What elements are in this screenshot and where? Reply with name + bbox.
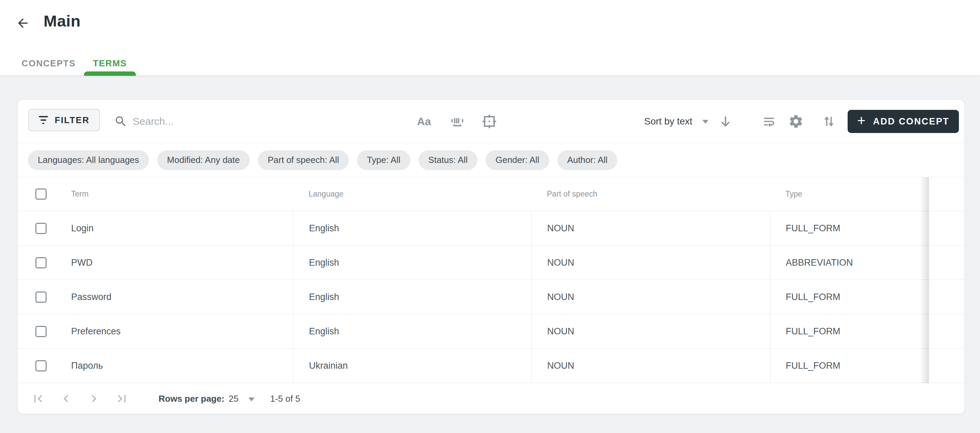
term-cell: PWD <box>71 257 92 268</box>
add-concept-button[interactable]: + ADD CONCEPT <box>848 110 959 133</box>
swap-vertical-icon[interactable] <box>821 114 837 129</box>
table-row[interactable]: PasswordEnglishNOUNFULL_FORM <box>18 280 964 314</box>
table-row[interactable]: ПарольUkrainianNOUNFULL_FORM <box>18 349 964 383</box>
pinned-cell <box>930 211 964 245</box>
wrap-text-icon[interactable] <box>762 114 776 129</box>
filter-button[interactable]: FILTER <box>28 109 100 131</box>
add-concept-label: ADD CONCEPT <box>873 116 950 127</box>
filter-chip[interactable]: Author: All <box>557 150 617 170</box>
sort-caret-icon[interactable] <box>702 120 708 124</box>
last-page-button[interactable] <box>114 390 130 407</box>
barcode-icon[interactable] <box>450 114 465 129</box>
settings-gear-icon[interactable] <box>788 114 804 129</box>
rows-per-page-select[interactable]: 25 <box>229 393 239 404</box>
next-page-icon <box>86 391 102 406</box>
rows-per-page-caret-icon[interactable] <box>248 397 255 401</box>
arrow-down-icon[interactable] <box>718 114 733 129</box>
filter-chip[interactable]: Gender: All <box>485 150 549 170</box>
match-case-icon[interactable]: Aa <box>417 115 431 128</box>
filter-chip[interactable]: Languages: All languages <box>28 150 149 170</box>
language-cell: Ukrainian <box>293 349 531 383</box>
language-cell: English <box>293 211 531 245</box>
row-checkbox[interactable] <box>35 257 47 268</box>
term-cell: Пароль <box>71 360 103 371</box>
type-cell: ABBREVIATION <box>770 246 930 279</box>
search-input[interactable] <box>133 116 344 127</box>
row-checkbox[interactable] <box>35 360 47 371</box>
table-row[interactable]: PreferencesEnglishNOUNFULL_FORM <box>18 314 964 349</box>
language-cell: English <box>293 280 531 314</box>
filter-chips-row: Languages: All languagesModified: Any da… <box>18 143 964 177</box>
filter-chip[interactable]: Modified: Any date <box>157 150 250 170</box>
column-header-language: Language <box>293 189 531 199</box>
filter-button-label: FILTER <box>55 115 89 125</box>
term-cell: Password <box>71 292 111 302</box>
first-page-button[interactable] <box>30 390 46 407</box>
pagination-bar: Rows per page: 25 1-5 of 5 <box>18 383 964 414</box>
column-header-term: Term <box>71 189 89 199</box>
plus-icon: + <box>857 114 865 128</box>
terms-panel: FILTER Aa Sort b <box>18 99 965 414</box>
rows-per-page-label: Rows per page: <box>159 393 224 404</box>
part-of-speech-cell: NOUN <box>531 246 770 279</box>
pinned-cell <box>930 314 964 348</box>
table-row[interactable]: PWDEnglishNOUNABBREVIATION <box>18 246 964 280</box>
table-row[interactable]: LoginEnglishNOUNFULL_FORM <box>18 211 964 246</box>
column-header-part-of-speech: Part of speech <box>531 189 770 199</box>
last-page-icon <box>115 391 129 406</box>
previous-page-button[interactable] <box>58 390 74 407</box>
part-of-speech-cell: NOUN <box>531 314 770 348</box>
search-icon <box>114 115 127 128</box>
part-of-speech-cell: NOUN <box>531 211 770 245</box>
row-checkbox[interactable] <box>35 292 47 303</box>
filter-icon <box>39 116 48 124</box>
part-of-speech-cell: NOUN <box>531 349 770 383</box>
pinned-cell <box>930 349 964 383</box>
pagination-range: 1-5 of 5 <box>270 393 300 404</box>
row-checkbox[interactable] <box>35 223 47 234</box>
column-header-type: Type <box>770 189 930 199</box>
row-checkbox[interactable] <box>35 326 47 337</box>
sort-by-select[interactable]: Sort by text <box>644 116 692 127</box>
page-title: Main <box>43 11 81 30</box>
first-page-icon <box>30 391 46 406</box>
prev-page-icon <box>59 391 73 406</box>
filter-chip[interactable]: Type: All <box>357 150 410 170</box>
type-cell: FULL_FORM <box>770 280 930 314</box>
active-tab-indicator <box>84 71 136 76</box>
term-cell: Preferences <box>71 326 121 337</box>
center-frame-icon[interactable] <box>481 113 498 130</box>
pinned-cell <box>930 280 964 314</box>
tab-bar: CONCEPTS TERMS <box>13 51 136 76</box>
toolbar: FILTER Aa Sort b <box>18 100 964 143</box>
select-all-checkbox[interactable] <box>35 189 47 200</box>
filter-chip[interactable]: Part of speech: All <box>258 150 349 170</box>
filter-chip[interactable]: Status: All <box>418 150 478 170</box>
part-of-speech-cell: NOUN <box>531 280 770 314</box>
table-header-row: Term Language Part of speech Type <box>18 177 964 211</box>
pinned-cell <box>930 246 964 279</box>
next-page-button[interactable] <box>86 390 102 407</box>
language-cell: English <box>293 246 531 279</box>
table-body: LoginEnglishNOUNFULL_FORMPWDEnglishNOUNA… <box>18 211 964 383</box>
type-cell: FULL_FORM <box>770 314 930 348</box>
type-cell: FULL_FORM <box>770 349 930 383</box>
term-cell: Login <box>71 223 94 234</box>
back-arrow-icon <box>16 16 30 30</box>
tab-concepts[interactable]: CONCEPTS <box>13 51 84 76</box>
back-button[interactable] <box>14 14 32 32</box>
language-cell: English <box>293 314 531 348</box>
type-cell: FULL_FORM <box>770 211 930 245</box>
page-header: Main CONCEPTS TERMS <box>0 0 980 76</box>
